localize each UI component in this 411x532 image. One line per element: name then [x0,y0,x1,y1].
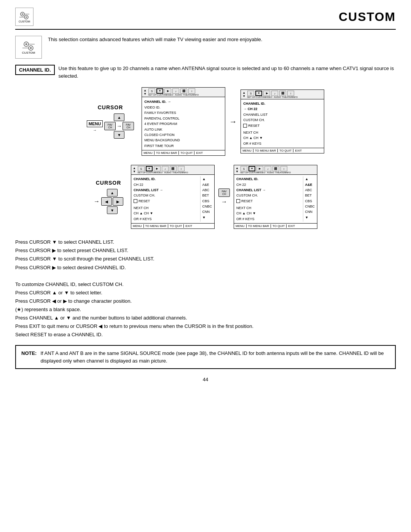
s1-event: 4 EVENT PROGRAM [144,121,223,126]
screen-4: ▲ ▼ S ✦ ▶ ♪ ⬛ i SET UP CUSTOM VIDEO AUDI… [234,165,317,229]
s2-ch22: → CH 22 [243,107,257,111]
s3-ch-a&e: ▲ [202,176,212,182]
svg-point-1 [22,13,23,15]
screen-4-footer: MENU TO MENU BAR TO QUIT EXIT [234,223,317,228]
s3-ch-keys: CH ▲ CH ▼ [134,211,199,216]
topbar-setup-3: S [138,166,145,171]
pad-up-1: ▲ [114,113,124,121]
s4-or-keys: OR # KEYS [236,216,301,222]
intro-icon-label: CUSTOM [22,51,35,54]
desc-6: Press CURSOR ▲ or ▼ to select letter. [15,289,396,297]
s2-channel-list: CHANNEL LIST [243,112,322,117]
desc-10: Press EXIT to quit menu or CURSOR ◀ to r… [15,322,396,331]
cursor-label-1: CURSOR [98,104,123,110]
custom-icon-top: CUSTOM [15,8,33,26]
svg-point-7 [25,43,27,45]
s4-next-ch: NEXT CH [236,205,301,211]
page-header: CUSTOM CUSTOM [15,8,396,30]
intro-section: CUSTOM This selection contains advanced … [15,36,396,59]
topbar-video-4: ▶ [256,166,263,171]
pad-down-1: ▼ [114,131,124,139]
topbar-video-2: ▶ [263,91,270,96]
arrow-3-to-4: → [221,198,227,205]
topbar-arrows-2: ▲ ▼ [242,91,245,98]
s4-footer-toquit: TO QUIT [272,224,287,228]
topbar-arrows-3: ▲ ▼ [133,166,136,173]
arrow-1-to-2: → [229,117,237,126]
topbar-audio-1: ♪ [172,88,179,94]
topbar-arrows-1: ▲ ▼ [143,89,147,96]
s4-ch-cbs: CBS [305,198,315,204]
topbar-theater-4: ⬛ [272,166,279,171]
s4-ch-up: ▲ [305,176,315,182]
s3-channel-id-title: CHANNEL ID. [134,177,156,181]
s3-reset: RESET [134,198,199,204]
s3-footer-toquit: TO QUIT [170,224,184,228]
topbar-info-3: i [178,166,185,171]
screen-2-topbar: ▲ ▼ S ✦ ▶ ♪ ⬛ i SET UP CUSTOM VIDEO AUDI… [241,90,324,99]
note-label: NOTE: [21,350,37,364]
s1-caption: CLOSED CAPTION [144,132,223,137]
s4-ch-down: ▼ [305,215,315,220]
s3-ch-cnbc: CNBC [202,204,212,209]
fav-ch-btn: FAVCH [218,189,230,197]
cursor-label-2: CURSOR [96,180,121,186]
desc-1: Press CURSOR ▼ to select CHANNEL LIST. [15,238,396,246]
s3-footer-menu: MENU [133,224,144,228]
s3-ch-down: ▼ [202,215,212,220]
topbar-setup-4: S [241,166,247,171]
s1-footer-tomenubar: TO MENU BAR [156,151,179,155]
s3-ch-abc: ABC [202,187,212,193]
s4-ch-abc: ABC [305,187,315,193]
screen-3-content: CHANNEL ID. CH 22 CHANNEL LIST → CUSTOM … [131,175,214,223]
s4-custom-ch: CUSTOM CH. [236,193,301,198]
s2-footer-exit: EXIT [295,149,303,152]
s1-family-fav: FAMILY FAVORITES [144,110,223,115]
s2-channel-id-title: CHANNEL ID. [243,102,265,105]
desc-11: Select RESET to erase a CHANNEL ID. [15,331,396,339]
menu-button-1: MENU [87,120,103,127]
topbar-setup-2: S [247,91,254,96]
s3-ch22: CH 22 [134,182,199,187]
screen-2-content: CHANNEL ID. → CH 22 CHANNEL LIST CUSTOM … [241,99,324,148]
screen-1: ▲ ▼ S ✦ ▶ ♪ ⬛ i SET UP CUSTOM VIDEO AUDI… [142,87,225,156]
s1-footer-menu: MENU [143,151,155,155]
screen-3-footer: MENU TO MENU BAR TO QUIT EXIT [131,223,214,228]
screen-1-topbar: ▲ ▼ S ✦ ▶ ♪ ⬛ i SET UP CUSTOM VIDEO AUDI… [142,88,225,97]
topbar-video-1: ▶ [164,88,171,94]
pad-down-2: ▼ [107,206,118,214]
s3-footer-tomenubar: TO MENU BAR [145,224,168,228]
topbar-info-2: i [287,91,294,96]
header-icon-label: CUSTOM [19,20,30,23]
s3-channel-list-label: CHANNEL LIST → [134,188,163,192]
right-arrow-2: → [94,198,100,205]
pad-left-2: ◀ [101,197,112,206]
intro-text: This selection contains advanced feature… [48,36,262,43]
svg-point-4 [25,16,27,18]
channel-id-label: CHANNEL ID. [15,65,55,75]
s4-channel-id-title: CHANNEL ID. [236,177,258,181]
topbar-custom-3: ✦ [146,166,153,171]
s4-channel-list-label: CHANNEL LIST → [236,188,266,192]
topbar-arrows-4: ▲ ▼ [236,166,239,173]
screen-3: ▲ ▼ S ✦ ▶ ♪ ⬛ i SET UP CUSTOM VIDEO AUDI… [131,165,215,229]
s2-custom-ch: CUSTOM CH. [243,117,322,123]
topbar-theater-2: ⬛ [279,91,286,96]
s1-channel-id-title: CHANNEL ID. [144,100,166,104]
s1-autolink: AUTO LINK [144,127,223,132]
topbar-custom-2: ✦ [255,91,262,96]
channel-id-description: Use this feature to give up to 20 channe… [59,65,396,80]
desc-2: Press CURSOR ▶ to select preset CHANNEL … [15,246,396,255]
s1-parental: PARENTAL CONTROL [144,116,223,121]
s3-ch-bet: BET [202,193,212,198]
svg-point-10 [30,47,32,49]
topbar-audio-2: ♪ [271,91,278,96]
desc-4: Press CURSOR ▶ to select desired CHANNEL… [15,264,396,272]
s4-footer-tomenubar: TO MENU BAR [248,224,271,228]
description-section: Press CURSOR ▼ to select CHANNEL LIST. P… [15,238,396,339]
s1-footer-toquit: TO QUIT [180,151,194,155]
s1-footer-exit: EXIT [196,151,204,155]
desc-5: To customize CHANNEL ID, select CUSTOM C… [15,280,396,289]
screen-4-content: CHANNEL ID. CH 22 CHANNEL LIST → CUSTOM … [234,175,317,223]
pad-up-2: ▲ [107,189,118,197]
